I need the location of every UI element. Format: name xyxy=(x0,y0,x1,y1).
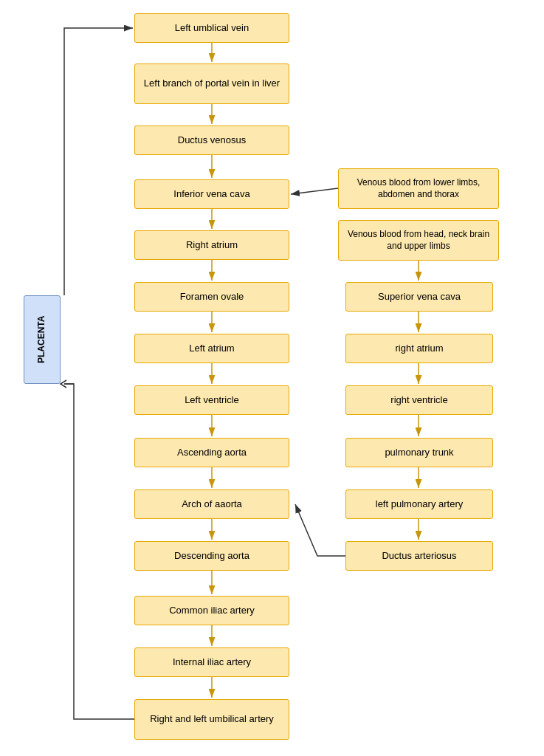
box-internal-iliac: Internal iliac artery xyxy=(134,647,289,677)
box-ductus-arteriosus: Ductus arteriosus xyxy=(345,541,493,571)
box-venous-blood-head: Venous blood from head, neck brain and u… xyxy=(338,220,499,261)
box-venous-blood-lower: Venous blood from lower limbs, abdomen a… xyxy=(338,168,499,209)
box-left-ventricle: Left ventricle xyxy=(134,385,289,415)
box-ductus-venosus: Ductus venosus xyxy=(134,126,289,155)
svg-line-22 xyxy=(291,188,338,194)
diagram-container: Left umblical vein Left branch of portal… xyxy=(0,0,544,756)
box-right-ventricle: right ventricle xyxy=(345,385,493,415)
box-left-branch-portal: Left branch of portal vein in liver xyxy=(134,63,289,104)
box-common-iliac: Common iliac artery xyxy=(134,596,289,625)
box-left-umbilical-vein: Left umblical vein xyxy=(134,13,289,43)
box-foramen-ovale: Foramen ovale xyxy=(134,282,289,312)
box-umbilical-artery: Right and left umbilical artery xyxy=(134,699,289,740)
box-superior-vena-cava: Superior vena cava xyxy=(345,282,493,312)
box-pulmonary-trunk: pulmonary trunk xyxy=(345,438,493,467)
box-ascending-aorta: Ascending aorta xyxy=(134,438,289,467)
box-right-atrium2: right atrium xyxy=(345,334,493,363)
box-placenta: PLACENTA xyxy=(24,295,61,384)
box-arch-of-aorta: Arch of aaorta xyxy=(134,489,289,519)
box-left-pulmonary-artery: left pulmonary artery xyxy=(345,489,493,519)
box-inferior-vena-cava: Inferior vena cava xyxy=(134,179,289,209)
box-right-atrium: Right atrium xyxy=(134,230,289,260)
box-descending-aorta: Descending aorta xyxy=(134,541,289,571)
box-left-atrium: Left atrium xyxy=(134,334,289,363)
arrows-svg xyxy=(0,0,544,756)
